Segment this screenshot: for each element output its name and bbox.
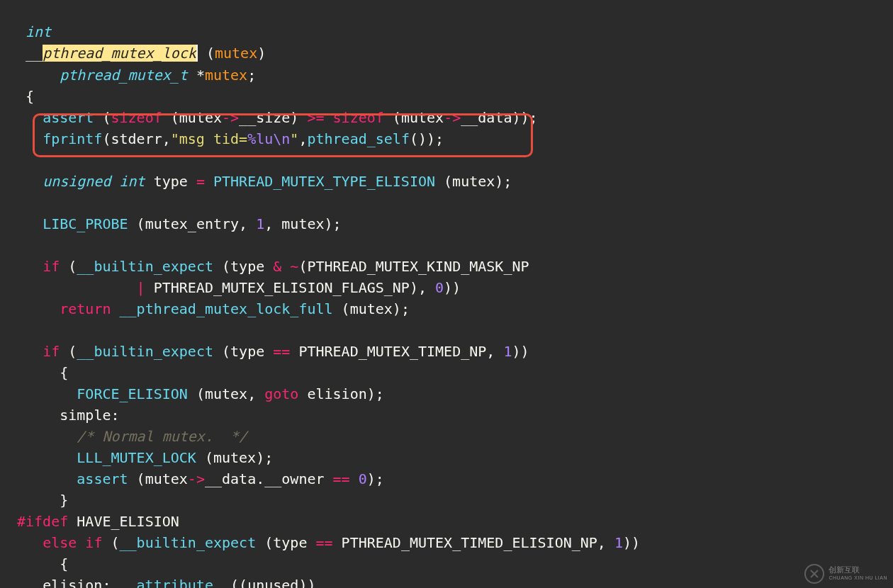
watermark-text-cn: 创新互联 (829, 566, 887, 574)
watermark: 创新互联 CHUANG XIN HU LIAN (804, 564, 887, 584)
brace-open: { (26, 88, 34, 105)
keyword-else: else (43, 534, 77, 551)
comment-normal-mutex: /* Normal mutex. */ (77, 428, 247, 445)
function-name-highlight: pthread_mutex_lock (43, 45, 196, 62)
gutter (0, 0, 17, 588)
macro-force-elision: FORCE_ELISION (77, 385, 188, 402)
keyword-if: if (43, 258, 60, 275)
code-area[interactable]: int __pthread_mutex_lock (mutex) pthread… (17, 0, 640, 588)
label-elision: elision: (43, 577, 111, 589)
keyword-goto: goto (264, 385, 298, 402)
preproc-ifdef: #ifdef (17, 513, 68, 530)
keyword-int: int (26, 23, 51, 40)
watermark-text-py: CHUANG XIN HU LIAN (829, 574, 887, 582)
label-simple: simple: (60, 407, 119, 424)
type-pthread-mutex-t: pthread_mutex_t (60, 67, 188, 84)
call-fprintf: fprintf (43, 130, 102, 147)
keyword-return: return (60, 300, 111, 317)
param-mutex: mutex (215, 45, 257, 62)
watermark-icon (804, 564, 824, 584)
keyword-sizeof: sizeof (111, 109, 162, 126)
call-pthread-self: pthread_self (307, 130, 410, 147)
macro-libc-probe: LIBC_PROBE (43, 215, 128, 232)
indent-guide (17, 23, 26, 40)
macro-lll-mutex-lock: LLL_MUTEX_LOCK (77, 449, 196, 466)
